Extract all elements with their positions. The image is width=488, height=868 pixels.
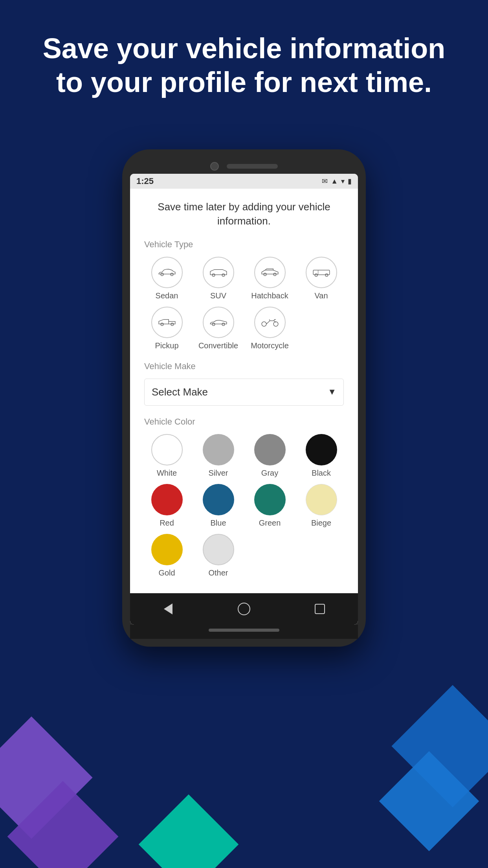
vehicle-type-sedan[interactable]: Sedan — [144, 257, 189, 300]
white-circle — [151, 434, 183, 465]
hatchback-icon — [260, 267, 280, 278]
color-green[interactable]: Green — [247, 484, 292, 528]
gold-label: Gold — [158, 568, 175, 577]
phone-handle-bar — [209, 629, 279, 632]
motorcycle-icon — [260, 316, 280, 328]
black-label: Black — [312, 469, 331, 478]
other-label: Other — [208, 568, 228, 577]
page-title: Save your vehicle information to your pr… — [0, 31, 488, 99]
vehicle-make-section: Vehicle Make Select Make ▼ — [144, 361, 344, 406]
suv-icon — [209, 267, 228, 278]
vehicle-make-label: Vehicle Make — [144, 361, 344, 371]
hatchback-label: Hatchback — [251, 291, 288, 300]
vehicle-type-motorcycle[interactable]: Motorcycle — [247, 307, 292, 350]
van-label: Van — [314, 291, 328, 300]
silver-label: Silver — [208, 469, 228, 478]
svg-point-4 — [264, 273, 266, 276]
vehicle-type-hatchback[interactable]: Hatchback — [247, 257, 292, 300]
vehicle-color-grid: White Silver Gray — [144, 434, 344, 577]
color-gold[interactable]: Gold — [144, 534, 189, 577]
vehicle-color-label: Vehicle Color — [144, 417, 344, 427]
white-label: White — [157, 469, 177, 478]
vehicle-type-label: Vehicle Type — [144, 239, 344, 250]
svg-point-15 — [262, 322, 266, 326]
vehicle-type-suv[interactable]: SUV — [196, 257, 241, 300]
blue-label: Blue — [210, 519, 226, 528]
suv-label: SUV — [210, 291, 226, 300]
vehicle-make-placeholder: Select Make — [152, 386, 208, 398]
svg-point-11 — [161, 323, 163, 326]
color-black[interactable]: Black — [299, 434, 344, 478]
vehicle-make-dropdown[interactable]: Select Make ▼ — [144, 379, 344, 406]
recents-icon — [315, 604, 325, 614]
vehicle-type-grid: Sedan SUV — [144, 257, 344, 350]
black-circle — [306, 434, 337, 465]
van-icon-circle — [306, 257, 337, 288]
sedan-label: Sedan — [156, 291, 178, 300]
home-button[interactable] — [236, 601, 252, 617]
svg-point-16 — [273, 322, 278, 326]
svg-point-1 — [171, 273, 173, 276]
vehicle-type-pickup[interactable]: Pickup — [144, 307, 189, 350]
sedan-icon — [157, 267, 177, 278]
svg-point-3 — [222, 274, 225, 276]
mail-icon: ✉ — [322, 177, 328, 186]
bg-decoration-teal — [139, 794, 239, 868]
phone-camera — [210, 162, 219, 171]
app-content: Save time later by adding your vehicle i… — [130, 189, 358, 593]
color-other[interactable]: Other — [196, 534, 241, 577]
phone-outer-shell: 1:25 ✉ ▲ ▾ ▮ Save time later by adding y… — [122, 149, 366, 647]
color-white[interactable]: White — [144, 434, 189, 478]
convertible-label: Convertible — [198, 341, 238, 350]
van-icon — [312, 267, 331, 278]
gold-circle — [151, 534, 183, 565]
wifi-icon: ▾ — [341, 177, 345, 186]
beige-circle — [306, 484, 337, 515]
convertible-icon — [209, 316, 228, 328]
color-red[interactable]: Red — [144, 484, 189, 528]
sedan-icon-circle — [151, 257, 183, 288]
red-label: Red — [160, 519, 174, 528]
phone-top-bar — [130, 157, 358, 174]
silver-circle — [203, 434, 234, 465]
other-circle — [203, 534, 234, 565]
status-time: 1:25 — [136, 176, 154, 186]
svg-point-8 — [325, 274, 328, 276]
suv-icon-circle — [203, 257, 234, 288]
color-beige[interactable]: Biege — [299, 484, 344, 528]
phone-nav-bar — [130, 593, 358, 625]
green-circle — [254, 484, 286, 515]
status-icons: ✉ ▲ ▾ ▮ — [322, 177, 352, 186]
vehicle-type-convertible[interactable]: Convertible — [196, 307, 241, 350]
svg-point-12 — [171, 323, 174, 326]
svg-point-14 — [222, 323, 225, 326]
battery-icon: ▮ — [348, 177, 352, 186]
svg-point-7 — [315, 274, 317, 276]
hatchback-icon-circle — [254, 257, 286, 288]
motorcycle-icon-circle — [254, 307, 286, 338]
recents-button[interactable] — [312, 601, 328, 617]
beige-label: Biege — [311, 519, 331, 528]
svg-point-13 — [212, 323, 215, 326]
vehicle-type-van[interactable]: Van — [299, 257, 344, 300]
vehicle-color-section: Vehicle Color White Silver — [144, 417, 344, 577]
motorcycle-label: Motorcycle — [251, 341, 289, 350]
phone-speaker — [227, 164, 278, 169]
svg-point-5 — [273, 273, 276, 276]
color-blue[interactable]: Blue — [196, 484, 241, 528]
phone-mockup: 1:25 ✉ ▲ ▾ ▮ Save time later by adding y… — [122, 149, 366, 647]
back-icon — [164, 603, 172, 614]
pickup-label: Pickup — [155, 341, 178, 350]
pickup-icon-circle — [151, 307, 183, 338]
app-subtitle: Save time later by adding your vehicle i… — [144, 200, 344, 228]
dropdown-arrow-icon: ▼ — [328, 387, 336, 397]
phone-screen: 1:25 ✉ ▲ ▾ ▮ Save time later by adding y… — [130, 174, 358, 625]
status-bar: 1:25 ✉ ▲ ▾ ▮ — [130, 174, 358, 189]
alert-icon: ▲ — [331, 177, 338, 186]
back-button[interactable] — [160, 601, 176, 617]
color-silver[interactable]: Silver — [196, 434, 241, 478]
blue-circle — [203, 484, 234, 515]
color-gray[interactable]: Gray — [247, 434, 292, 478]
red-circle — [151, 484, 183, 515]
home-icon — [238, 603, 250, 615]
